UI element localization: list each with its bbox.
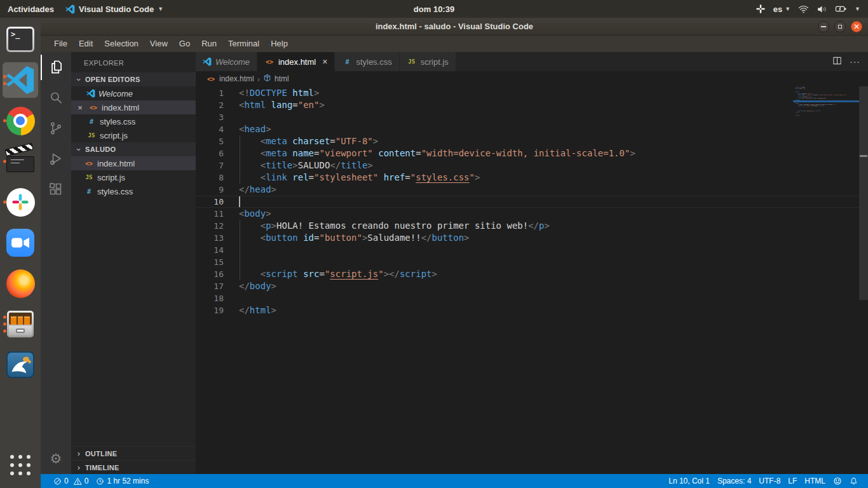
breadcrumb-file[interactable]: index.html <box>219 74 254 83</box>
section-timeline[interactable]: › TIMELINE <box>71 460 196 474</box>
battery-icon[interactable] <box>835 4 847 13</box>
volume-icon[interactable] <box>817 4 827 14</box>
code-line-12[interactable]: 12 <p>HOLA! Estamos creando nuestro prim… <box>196 220 859 232</box>
code-line-17[interactable]: 17</body> <box>196 280 859 292</box>
more-actions-button[interactable]: ··· <box>850 57 860 67</box>
dock-item-mysql-workbench[interactable] <box>3 347 38 383</box>
code-line-10[interactable]: 10 <box>196 196 859 208</box>
code-line-1[interactable]: 1<!DOCTYPE html> <box>196 87 859 99</box>
activity-bar-settings[interactable]: ⚙ <box>41 444 71 474</box>
section-folder-saludo[interactable]: › SALUDO <box>71 142 196 156</box>
code-line-9[interactable]: 9</head> <box>196 184 859 196</box>
code-line-3[interactable]: 3 <box>196 111 859 123</box>
file-row-script-js[interactable]: JSscript.js <box>71 128 196 142</box>
file-row-styles-css[interactable]: #styles.css <box>71 114 196 128</box>
menu-item-view[interactable]: View <box>144 36 173 52</box>
menu-item-help[interactable]: Help <box>265 36 294 52</box>
eol-sequence[interactable]: LF <box>784 474 801 488</box>
time-tracker[interactable]: 1 hr 52 mins <box>92 474 153 488</box>
code-line-14[interactable]: 14 <box>196 244 859 256</box>
menu-item-run[interactable]: Run <box>196 36 222 52</box>
file-row-index-html[interactable]: <>index.html <box>71 156 196 170</box>
menu-item-terminal[interactable]: Terminal <box>222 36 265 52</box>
scrollbar-slider[interactable] <box>859 86 868 300</box>
line-number: 5 <box>196 135 224 147</box>
code-line-16[interactable]: 16 <script src="script.js"></script> <box>196 268 859 280</box>
section-open-editors[interactable]: › OPEN EDITORS <box>71 72 196 86</box>
tab-styles-css[interactable]: #styles.css <box>335 52 399 71</box>
dock-item-files[interactable] <box>3 306 38 342</box>
chevron-icon: › <box>75 449 83 458</box>
split-editor-button[interactable] <box>832 56 842 68</box>
cursor-position[interactable]: Ln 10, Col 1 <box>665 474 714 488</box>
feedback-smiley-icon[interactable] <box>829 474 846 488</box>
indentation[interactable]: Spaces: 4 <box>714 474 755 488</box>
code-line-11[interactable]: 11<body> <box>196 208 859 220</box>
file-row-index-html[interactable]: ×<>index.html <box>71 100 196 114</box>
file-row-script-js[interactable]: JSscript.js <box>71 170 196 184</box>
code-line-8[interactable]: 8 <link rel="stylesheet" href="styles.cs… <box>196 172 859 184</box>
activity-bar-explorer[interactable] <box>41 52 71 83</box>
activity-bar-run-and-debug[interactable] <box>41 144 71 174</box>
code-line-15[interactable]: 15 <box>196 256 859 268</box>
encoding[interactable]: UTF-8 <box>755 474 784 488</box>
running-indicator <box>3 316 6 333</box>
tab-welcome[interactable]: Welcome <box>196 52 257 71</box>
code-line-18[interactable]: 18 <box>196 292 859 304</box>
code-line-5[interactable]: 5 <meta charset="UTF-8"> <box>196 135 859 147</box>
menu-item-edit[interactable]: Edit <box>73 36 98 52</box>
code-line-7[interactable]: 7 <title>SALUDO</title> <box>196 159 859 172</box>
code-line-4[interactable]: 4<head> <box>196 123 859 135</box>
activity-bar-search[interactable] <box>41 83 71 113</box>
activity-bar-extensions[interactable] <box>41 174 71 205</box>
code-line-19[interactable]: 19</html> <box>196 304 859 316</box>
menu-item-file[interactable]: File <box>48 36 73 52</box>
breadcrumb-symbol[interactable]: html <box>275 74 289 83</box>
activity-bar: ⚙ <box>41 52 71 474</box>
window-title: index.html - saludo - Visual Studio Code <box>376 22 533 31</box>
line-number: 14 <box>196 244 224 256</box>
close-icon[interactable]: × <box>75 103 85 112</box>
activities-button[interactable]: Actividades <box>8 4 54 14</box>
dock-item-terminal[interactable]: >_ <box>3 22 38 57</box>
dock-item-chrome[interactable] <box>3 103 38 139</box>
dock-item-firefox[interactable] <box>3 266 38 301</box>
minimize-button[interactable] <box>818 21 829 32</box>
section-outline[interactable]: › OUTLINE <box>71 446 196 460</box>
file-row-styles-css[interactable]: #styles.css <box>71 184 196 198</box>
tab-label: index.html <box>278 57 316 67</box>
problems-indicator[interactable]: 0 0 <box>50 474 92 488</box>
menu-item-selection[interactable]: Selection <box>98 36 144 52</box>
code-line-13[interactable]: 13 <button id="button">Saludame!!</butto… <box>196 232 859 244</box>
minimap[interactable]: <!DOCTYPE html><html lang="en"><head> <m… <box>793 86 859 474</box>
file-cabinet-icon <box>7 311 34 337</box>
tab-index-html[interactable]: <>index.html× <box>257 52 335 71</box>
vertical-scrollbar[interactable] <box>859 86 868 474</box>
line-number: 8 <box>196 172 224 184</box>
dock-item-zoom[interactable] <box>3 225 38 261</box>
dock-item-slack[interactable] <box>3 184 38 220</box>
tab-bar: Welcome<>index.html×#styles.cssJSscript.… <box>196 52 868 71</box>
app-menu[interactable]: Visual Studio Code ▼ <box>65 4 163 14</box>
code-editor[interactable]: 1<!DOCTYPE html>2<html lang="en">34<head… <box>196 86 859 474</box>
file-row-welcome[interactable]: Welcome <box>71 86 196 100</box>
system-menu-chevron-icon[interactable]: ▼ <box>855 6 860 12</box>
menu-item-go[interactable]: Go <box>173 36 196 52</box>
sidebar-title: EXPLORER <box>71 52 196 72</box>
dock-item-visual-studio-code[interactable] <box>3 62 38 98</box>
code-line-2[interactable]: 2<html lang="en"> <box>196 99 859 111</box>
language-mode[interactable]: HTML <box>801 474 829 488</box>
close-icon[interactable]: × <box>322 57 327 67</box>
code-line-6[interactable]: 6 <meta name="viewport" content="width=d… <box>196 147 859 159</box>
maximize-button[interactable] <box>834 21 846 32</box>
title-bar[interactable]: index.html - saludo - Visual Studio Code… <box>41 18 868 36</box>
keyboard-layout-indicator[interactable]: es▼ <box>773 4 790 14</box>
wifi-icon[interactable] <box>798 4 809 14</box>
slack-tray-icon[interactable] <box>756 4 766 14</box>
dock-item-video-editor[interactable] <box>3 144 38 179</box>
activity-bar-source-control[interactable] <box>41 113 71 144</box>
close-button[interactable]: ✕ <box>851 21 862 32</box>
tab-script-js[interactable]: JSscript.js <box>400 52 456 71</box>
show-applications-button[interactable] <box>3 447 38 483</box>
notifications-bell-icon[interactable] <box>846 474 862 488</box>
